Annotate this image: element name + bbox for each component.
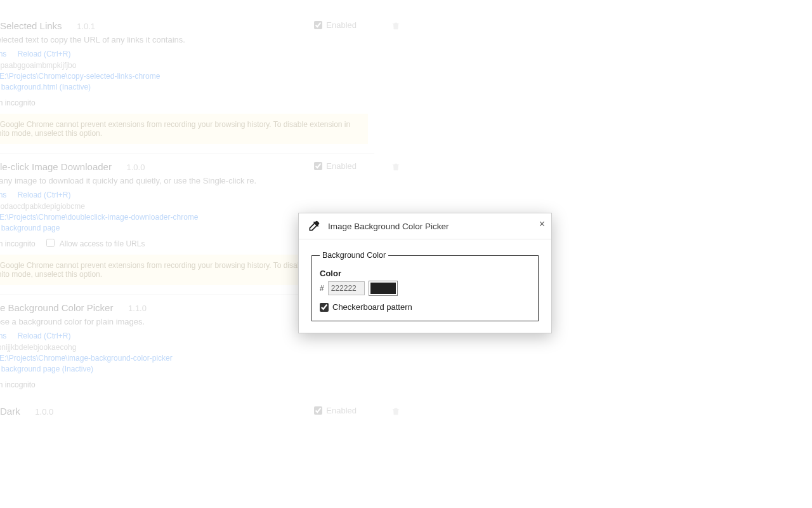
color-swatch-inner: [370, 283, 396, 294]
fieldset-legend: Background Color: [320, 251, 388, 260]
color-input[interactable]: [328, 281, 365, 295]
checkerboard-label: Checkerboard pattern: [332, 302, 412, 312]
dropper-icon: [308, 220, 320, 232]
color-swatch[interactable]: [369, 281, 398, 296]
background-color-group: Background Color Color # Checkerboard pa…: [311, 251, 539, 321]
modal-title: Image Background Color Picker: [328, 222, 449, 231]
close-button[interactable]: ×: [539, 218, 545, 230]
checkerboard-checkbox[interactable]: [320, 303, 329, 312]
color-label: Color: [320, 269, 530, 278]
color-picker-modal: Image Background Color Picker × Backgrou…: [298, 213, 552, 333]
color-hash: #: [320, 284, 324, 293]
